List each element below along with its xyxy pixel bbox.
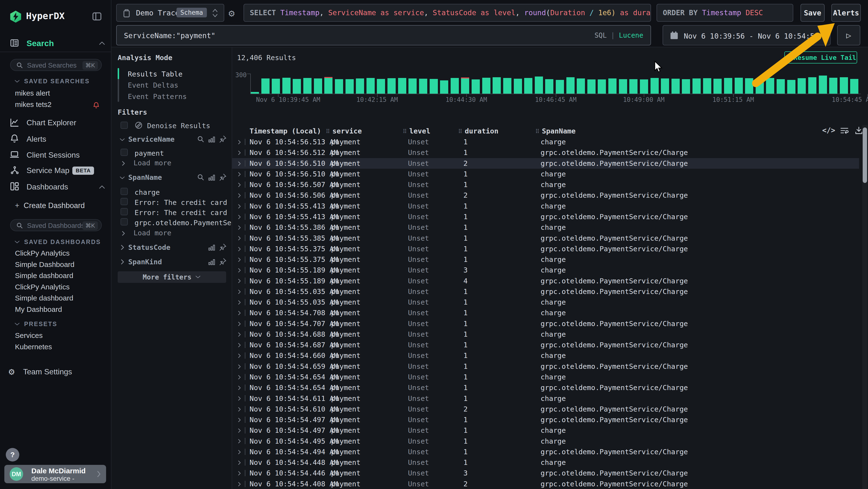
table-row[interactable]: Nov 6 10:54:56.512 AM payment Unset 1 gr… <box>232 147 859 158</box>
mode-event-deltas[interactable]: Event Deltas <box>128 81 179 89</box>
expand-row-icon[interactable] <box>238 396 241 402</box>
table-row[interactable]: Nov 6 10:54:54.654 AM payment Unset 1 ch… <box>232 372 859 382</box>
table-row[interactable]: Nov 6 10:54:54.688 AM payment Unset 1 ch… <box>232 329 859 340</box>
denoise-checkbox[interactable] <box>121 122 128 129</box>
expand-row-icon[interactable] <box>238 236 241 242</box>
expand-row-icon[interactable] <box>238 417 241 424</box>
filter-checkbox[interactable] <box>121 218 128 225</box>
table-row[interactable]: Nov 6 10:54:54.446 AM payment Unset 3 gr… <box>232 468 859 479</box>
spanname-load-more[interactable]: Load more <box>121 229 172 237</box>
scrollbar-thumb[interactable] <box>863 127 867 183</box>
chevron-down-icon[interactable] <box>119 137 125 143</box>
filter-checkbox[interactable] <box>121 149 128 156</box>
search-collapse-chevron-icon[interactable] <box>98 40 105 47</box>
table-row[interactable]: Nov 6 10:54:55.386 AM payment Unset 1 ch… <box>232 222 859 233</box>
table-row[interactable]: Nov 6 10:54:54.448 AM payment Unset 1 ch… <box>232 457 859 468</box>
servicename-load-more[interactable]: Load more <box>121 159 172 167</box>
table-row[interactable]: Nov 6 10:54:54.708 AM payment Unset 1 ch… <box>232 308 859 318</box>
saved-search-item[interactable]: mikes tets2 <box>15 99 106 110</box>
table-row[interactable]: Nov 6 10:54:55.035 AM payment Unset 1 ch… <box>232 297 859 308</box>
expand-row-icon[interactable] <box>238 471 241 477</box>
saved-searches-input[interactable]: Saved Searches ⌘K <box>10 59 102 71</box>
chart-icon[interactable] <box>208 244 216 253</box>
mode-results-table[interactable]: Results Table <box>128 70 183 78</box>
filter-checkbox[interactable] <box>121 208 128 215</box>
pin-icon[interactable] <box>219 135 227 144</box>
expand-row-icon[interactable] <box>238 321 241 327</box>
source-settings-gear-icon[interactable]: ⚙ <box>228 7 235 19</box>
source-selector[interactable]: Demo Traces Schema <box>116 4 224 22</box>
col-timestamp[interactable]: Timestamp (Local) <box>250 127 321 135</box>
saved-searches-label[interactable]: SAVED SEARCHES <box>24 78 90 85</box>
table-row[interactable]: Nov 6 10:54:54.494 AM payment Unset 1 gr… <box>232 447 859 457</box>
filter-checkbox[interactable] <box>121 188 128 195</box>
expand-row-icon[interactable] <box>238 278 241 285</box>
mode-event-patterns[interactable]: Event Patterns <box>128 92 187 100</box>
table-row[interactable]: Nov 6 10:54:54.707 AM payment Unset 1 gr… <box>232 318 859 329</box>
preset-item[interactable]: Kubernetes <box>15 341 106 352</box>
expand-row-icon[interactable] <box>238 225 241 231</box>
expand-row-icon[interactable] <box>238 450 241 456</box>
expand-row-icon[interactable] <box>238 428 241 434</box>
expand-row-icon[interactable] <box>238 438 241 445</box>
table-row[interactable]: Nov 6 10:54:55.413 AM payment Unset 1 gr… <box>232 211 859 222</box>
expand-row-icon[interactable] <box>238 247 241 253</box>
pin-icon[interactable] <box>219 258 227 266</box>
col-service[interactable]: service <box>333 127 362 135</box>
expand-row-icon[interactable] <box>238 289 241 295</box>
select-clause-input[interactable]: SELECT Timestamp, ServiceName as service… <box>244 4 651 22</box>
filter-value-row[interactable]: Error: The credit card … <box>121 197 229 207</box>
chart-icon[interactable] <box>208 174 216 182</box>
table-row[interactable]: Nov 6 10:54:55.189 AM payment Unset 3 ch… <box>232 265 859 276</box>
sidebar-item-alerts[interactable]: Alerts <box>27 135 46 144</box>
sidebar-item-chart-explorer[interactable]: Chart Explorer <box>27 118 76 127</box>
search-icon[interactable] <box>197 136 205 144</box>
drag-handle-icon[interactable]: ⠿ <box>326 128 330 135</box>
help-button[interactable]: ? <box>6 448 19 461</box>
expand-row-icon[interactable] <box>238 482 241 488</box>
table-row[interactable]: Nov 6 10:54:55.375 AM payment Unset 1 gr… <box>232 243 859 254</box>
expand-row-icon[interactable] <box>238 407 241 413</box>
col-spanname[interactable]: SpanName <box>542 127 576 135</box>
table-row[interactable]: Nov 6 10:54:54.687 AM payment Unset 1 gr… <box>232 340 859 350</box>
search-query-input[interactable]: ServiceName:"payment" SQL | Lucene <box>116 25 651 46</box>
expand-row-icon[interactable] <box>238 204 241 210</box>
saved-dashboard-item[interactable]: ClickPy Analytics <box>15 248 106 259</box>
drag-handle-icon[interactable]: ⠿ <box>403 128 407 135</box>
expand-row-icon[interactable] <box>238 353 241 359</box>
chevron-right-icon[interactable] <box>120 244 125 252</box>
saved-dashboard-item[interactable]: My Dashboard <box>15 304 106 315</box>
drag-handle-icon[interactable]: ⠿ <box>535 128 539 135</box>
pin-icon[interactable] <box>219 173 227 182</box>
chevron-right-icon[interactable] <box>120 259 125 266</box>
user-menu[interactable]: DM Dale McDiarmid demo-service - <box>4 465 106 483</box>
denoise-label[interactable]: Denoise Results <box>147 122 210 130</box>
expand-row-icon[interactable] <box>238 214 241 221</box>
saved-dashboard-item[interactable]: Simple Dashboard <box>15 259 106 270</box>
table-row[interactable]: Nov 6 10:54:56.506 AM payment Unset 2 gr… <box>232 190 859 201</box>
filter-spanname-title[interactable]: SpanName <box>128 173 162 181</box>
expand-row-icon[interactable] <box>238 375 241 381</box>
saved-dashboards-chevron-icon[interactable] <box>14 239 20 245</box>
filter-value-row[interactable]: grpc.oteldemo.PaymentSe… <box>121 217 229 227</box>
pin-icon[interactable] <box>219 243 227 252</box>
expand-row-icon[interactable] <box>238 161 241 167</box>
expand-row-icon[interactable] <box>238 460 241 466</box>
saved-dashboards-input[interactable]: Saved Dashboards ⌘K <box>10 219 102 231</box>
sidebar-item-team-settings[interactable]: Team Settings <box>23 367 72 376</box>
filter-spankind-title[interactable]: SpanKind <box>128 258 162 266</box>
sql-mode-toggle[interactable]: SQL <box>595 31 607 39</box>
saved-dashboards-label[interactable]: SAVED DASHBOARDS <box>24 238 101 246</box>
filter-servicename-title[interactable]: ServiceName <box>128 135 175 143</box>
presets-label[interactable]: PRESETS <box>24 320 57 327</box>
preset-item[interactable]: Services <box>15 330 106 341</box>
sidebar-item-search[interactable]: Search <box>27 39 54 48</box>
wrap-lines-icon[interactable] <box>840 126 849 136</box>
expand-row-icon[interactable] <box>238 332 241 338</box>
expand-row-icon[interactable] <box>238 257 241 263</box>
presets-chevron-icon[interactable] <box>14 321 20 327</box>
expand-row-icon[interactable] <box>238 172 241 178</box>
expand-row-icon[interactable] <box>238 193 241 199</box>
table-row[interactable]: Nov 6 10:54:54.654 AM payment Unset 1 gr… <box>232 382 859 393</box>
saved-searches-chevron-icon[interactable] <box>14 79 20 84</box>
